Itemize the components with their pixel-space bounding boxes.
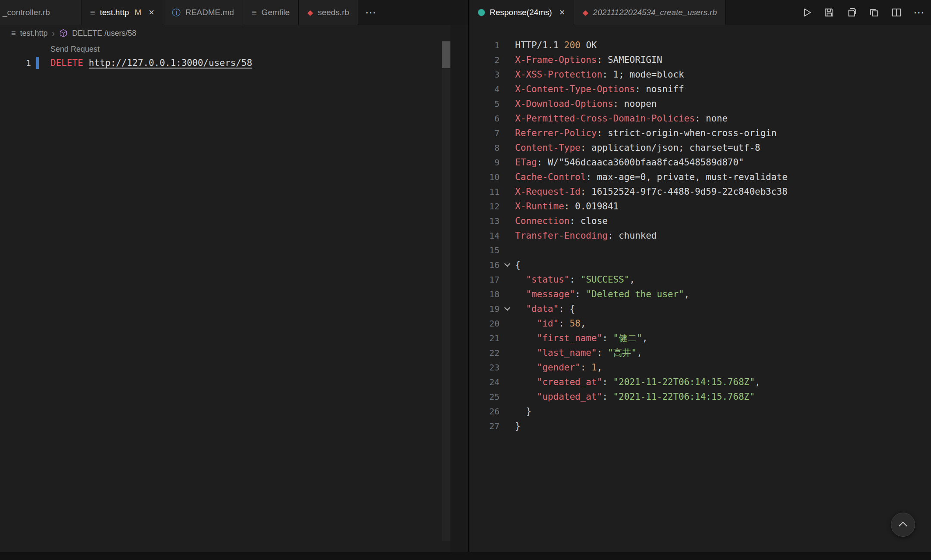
run-icon[interactable] [801,6,813,19]
code-text: "message": "Deleted the user", [515,289,690,299]
response-editor-panel: Response(24ms) × ◆ 20211122024534_create… [469,0,931,552]
line-number: 26 [469,406,500,417]
code-text: "created_at": "2021-11-22T06:14:15.768Z"… [515,377,760,387]
line-number: 1 [0,58,31,68]
code-text: "status": "SUCCESS", [515,274,635,285]
code-text: Cache-Control: max-age=0, private, must-… [515,172,787,182]
file-icon: ≡ [11,29,16,37]
code-line: 7Referrer-Policy: strict-origin-when-cro… [469,126,931,140]
close-icon[interactable]: × [559,8,565,17]
tab-test-http[interactable]: ≡ test.http M × [81,0,163,25]
code-text: { [515,260,521,270]
code-line: 6X-Permitted-Cross-Domain-Policies: none [469,111,931,126]
chevron-down-icon[interactable] [500,307,515,311]
breadcrumb-symbol[interactable]: DELETE /users/58 [72,29,136,38]
code-text: Connection: close [515,216,608,226]
line-number: 5 [469,99,500,109]
tab-label: Response(24ms) [490,8,552,17]
line-number: 1 [469,40,500,50]
line-number: 18 [469,289,500,299]
code-text: ETag: W/"546dcaaca3600bfaa8fca4548589d87… [515,157,744,168]
line-number: 2 [469,55,500,65]
code-line: 9ETag: W/"546dcaaca3600bfaa8fca4548589d8… [469,155,931,170]
tab-readme-md[interactable]: ⓘ README.md [163,0,243,25]
line-number: 6 [469,113,500,124]
scroll-to-top-button[interactable] [891,513,915,537]
send-request-codelens[interactable]: Send Request [50,45,100,54]
tab-create-users-rb[interactable]: ◆ 20211122024534_create_users.rb [574,0,726,25]
scrollbar-thumb[interactable] [442,41,450,68]
save-icon[interactable] [823,6,835,19]
tab-controller-rb[interactable]: _controller.rb [0,0,81,25]
line-number: 25 [469,392,500,402]
line-number: 22 [469,348,500,358]
tab-label: 20211122024534_create_users.rb [593,8,717,17]
more-actions-icon[interactable]: ⋯ [913,6,925,19]
breadcrumb: ≡ test.http › DELETE /users/58 [0,25,468,41]
code-text: } [515,406,531,417]
code-text: "gender": 1, [515,362,602,373]
code-text: Referrer-Policy: strict-origin-when-cros… [515,128,777,138]
request-line: 1 DELETE http://127.0.0.1:3000/users/58 [0,56,468,70]
save-all-icon[interactable] [846,6,858,19]
code-line: 15 [469,243,931,258]
info-icon: ⓘ [172,8,181,17]
code-line: 26 } [469,404,931,419]
request-url-link[interactable]: http://127.0.0.1:3000/users/58 [89,58,252,68]
line-number: 15 [469,245,500,255]
tab-label: test.http [100,8,129,17]
http-method: DELETE [50,58,83,68]
text-cursor [36,57,39,69]
code-line: 22 "last_name": "高井", [469,345,931,360]
line-number: 10 [469,172,500,182]
more-tabs-icon[interactable]: ⋯ [365,6,376,19]
line-number: 27 [469,421,500,431]
line-number: 8 [469,143,500,153]
line-number: 17 [469,274,500,285]
response-code-lines[interactable]: 1HTTP/1.1 200 OK2X-Frame-Options: SAMEOR… [469,25,931,433]
line-number: 11 [469,187,500,197]
line-number: 19 [469,304,500,314]
code-line: 27} [469,419,931,433]
code-line: 14Transfer-Encoding: chunked [469,228,931,243]
line-number: 3 [469,69,500,80]
code-line: 12X-Runtime: 0.019841 [469,199,931,214]
code-text: X-Runtime: 0.019841 [515,201,619,212]
tab-seeds-rb[interactable]: ◆ seeds.rb [299,0,358,25]
code-text: X-Frame-Options: SAMEORIGIN [515,55,662,65]
code-line: 21 "first_name": "健二", [469,331,931,345]
line-number: 14 [469,230,500,241]
line-number: 7 [469,128,500,138]
request-code-area[interactable]: Send Request 1 DELETE http://127.0.0.1:3… [0,41,468,70]
code-line: 25 "updated_at": "2021-11-22T06:14:15.76… [469,389,931,404]
editor-actions: ⋯ [801,0,925,25]
code-line: 19 "data": { [469,302,931,316]
tab-gemfile[interactable]: ≡ Gemfile [243,0,299,25]
close-icon[interactable]: × [149,8,154,17]
code-text: } [515,421,521,431]
code-line: 23 "gender": 1, [469,360,931,375]
split-editor-icon[interactable] [890,6,903,19]
tab-label: seeds.rb [318,8,349,17]
code-line: 20 "id": 58, [469,316,931,331]
code-text: Content-Type: application/json; charset=… [515,143,760,153]
code-line: 4X-Content-Type-Options: nosniff [469,82,931,96]
breadcrumb-file[interactable]: test.http [20,29,48,38]
code-text: "last_name": "高井", [515,347,642,359]
code-line: 11X-Request-Id: 16152524-9f7c-4488-9d59-… [469,184,931,199]
line-number: 13 [469,216,500,226]
line-number: 20 [469,318,500,329]
chevron-right-icon: › [52,28,55,38]
tab-response[interactable]: Response(24ms) × [469,0,574,25]
modified-badge: M [134,8,141,17]
bottom-panel-edge [0,552,931,560]
ruby-icon: ◆ [307,9,313,16]
line-number: 12 [469,201,500,212]
chevron-down-icon[interactable] [500,263,515,267]
line-number: 9 [469,157,500,168]
vertical-scrollbar[interactable] [442,41,450,541]
code-text: Transfer-Encoding: chunked [515,230,657,241]
line-number: 21 [469,333,500,343]
copy-icon[interactable] [868,6,880,19]
code-line: 1HTTP/1.1 200 OK [469,38,931,53]
